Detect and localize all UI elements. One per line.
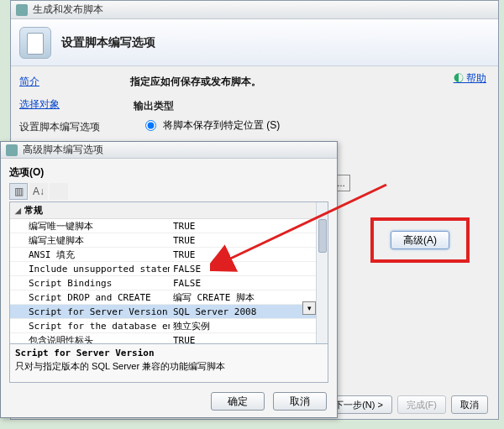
property-key: 编写主键脚本	[10, 234, 170, 247]
property-value[interactable]: FALSE	[170, 264, 328, 275]
property-row[interactable]: Script DROP and CREATE编写 CREATE 脚本	[10, 290, 328, 305]
property-value[interactable]: FALSE	[170, 278, 328, 289]
property-row[interactable]: 编写唯一键脚本TRUE	[10, 219, 328, 233]
window-title: 生成和发布脚本	[33, 3, 103, 17]
scrollbar-thumb[interactable]	[318, 219, 327, 253]
advanced-highlight: 高级(A)	[370, 217, 470, 263]
property-key: ANSI 填充	[10, 249, 170, 261]
categorized-icon[interactable]: ▥	[9, 183, 28, 200]
radio-save-specific[interactable]: 将脚本保存到特定位置 (S)	[145, 118, 488, 133]
options-toolbar: ▥ A↓	[9, 183, 328, 200]
sidebar-item-select[interactable]: 选择对象	[19, 97, 112, 112]
property-key: Include unsupported statements	[10, 264, 170, 275]
help-link[interactable]: 帮助	[454, 71, 486, 86]
grid-scrollbar[interactable]	[316, 202, 328, 343]
property-row[interactable]: Script for Server VersionSQL Server 2008	[10, 305, 328, 319]
advanced-options-dialog: 高级脚本编写选项 选项(O) ▥ A↓ 常规 编写唯一键脚本TRUE编写主键脚本…	[0, 141, 338, 418]
dialog-ok-button[interactable]: 确定	[211, 392, 265, 411]
dialog-icon	[6, 144, 18, 156]
toolbar-divider	[50, 183, 68, 200]
property-key: Script for the database engine	[10, 321, 170, 332]
options-label: 选项(O)	[9, 165, 328, 180]
property-row[interactable]: Script BindingsFALSE	[10, 276, 328, 290]
dialog-title: 高级脚本编写选项	[23, 143, 103, 157]
property-row[interactable]: Script for the database engine独立实例	[10, 319, 328, 333]
property-value[interactable]: TRUE	[170, 335, 328, 345]
sidebar-item-options: 设置脚本编写选项	[19, 120, 112, 134]
property-value[interactable]: TRUE	[170, 249, 328, 260]
dialog-titlebar[interactable]: 高级脚本编写选项	[1, 142, 337, 159]
script-icon	[19, 27, 51, 59]
property-row[interactable]: 编写主键脚本TRUE	[10, 233, 328, 248]
desc-text: 只对与指定版本的 SQL Server 兼容的功能编写脚本	[15, 360, 323, 373]
sidebar-item-intro[interactable]: 简介	[19, 75, 112, 89]
titlebar[interactable]: 生成和发布脚本	[11, 1, 498, 19]
property-key: 包含说明性标头	[10, 334, 170, 345]
advanced-button[interactable]: 高级(A)	[391, 231, 449, 249]
property-row[interactable]: 包含说明性标头TRUE	[10, 333, 328, 344]
page-heading: 设置脚本编写选项	[61, 35, 155, 50]
property-value[interactable]: 独立实例	[170, 320, 328, 332]
desc-title: Script for Server Version	[15, 348, 323, 358]
dropdown-arrow-icon[interactable]: ▾	[302, 301, 316, 315]
property-value[interactable]: TRUE	[170, 235, 328, 246]
sort-az-icon[interactable]: A↓	[29, 183, 48, 200]
property-row[interactable]: ANSI 填充TRUE	[10, 248, 328, 262]
category-general: 常规	[10, 202, 328, 219]
property-key: Script for Server Version	[10, 306, 170, 317]
section-title: 指定应如何保存或发布脚本。	[130, 75, 488, 89]
radio-save-specific-input[interactable]	[145, 120, 156, 131]
app-icon	[16, 4, 28, 16]
radio-save-specific-label: 将脚本保存到特定位置 (S)	[163, 118, 280, 133]
description-pane: Script for Server Version 只对与指定版本的 SQL S…	[9, 344, 328, 383]
property-key: 编写唯一键脚本	[10, 220, 170, 233]
property-grid[interactable]: 常规 编写唯一键脚本TRUE编写主键脚本TRUEANSI 填充TRUEInclu…	[9, 201, 328, 344]
property-row[interactable]: Include unsupported statementsFALSE	[10, 262, 328, 276]
output-type-label: 输出类型	[134, 99, 488, 113]
property-value[interactable]: TRUE	[170, 221, 328, 232]
dialog-cancel-button[interactable]: 取消	[273, 392, 327, 411]
property-key: Script DROP and CREATE	[10, 292, 170, 303]
wizard-header: 设置脚本编写选项	[11, 19, 498, 66]
property-key: Script Bindings	[10, 278, 170, 289]
finish-button: 完成(F)	[397, 395, 446, 414]
cancel-button[interactable]: 取消	[451, 395, 488, 414]
